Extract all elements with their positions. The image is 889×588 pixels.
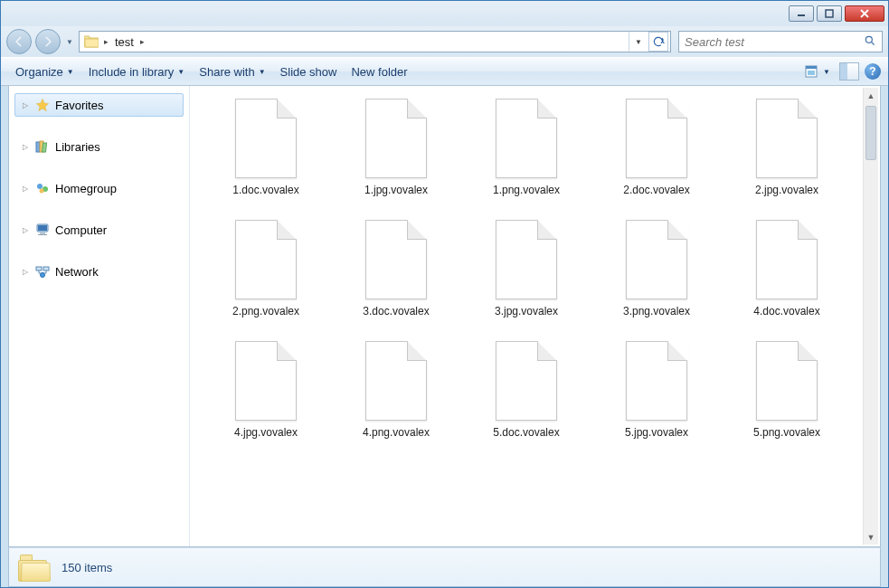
preview-pane-button[interactable] — [839, 62, 859, 81]
file-name: 5.doc.vovalex — [493, 426, 559, 439]
expand-icon[interactable]: ▷ — [23, 268, 30, 276]
sidebar-item-favorites[interactable]: ▷ Favorites — [14, 93, 184, 117]
svg-rect-16 — [38, 225, 47, 231]
file-name: 4.jpg.vovalex — [234, 426, 298, 439]
view-menu[interactable]: ▼ — [801, 63, 834, 80]
file-item[interactable]: 4.jpg.vovalex — [203, 337, 329, 442]
nav-history-dropdown[interactable]: ▼ — [64, 31, 75, 52]
svg-point-12 — [37, 184, 43, 189]
refresh-button[interactable] — [648, 32, 668, 52]
svg-point-21 — [41, 273, 45, 278]
svg-rect-0 — [798, 14, 805, 16]
sidebar-label: Favorites — [55, 99, 103, 112]
file-item[interactable]: 1.png.vovalex — [463, 95, 590, 200]
file-icon — [496, 220, 557, 299]
help-button[interactable]: ? — [865, 63, 881, 80]
expand-icon[interactable]: ▷ — [23, 226, 30, 234]
address-dropdown[interactable]: ▼ — [629, 32, 648, 52]
file-name: 3.jpg.vovalex — [495, 305, 558, 318]
file-item[interactable]: 5.jpg.vovalex — [593, 337, 720, 442]
toolbar: Organize▼ Include in library▼ Share with… — [1, 57, 888, 86]
file-name: 3.png.vovalex — [623, 305, 690, 318]
network-icon — [35, 264, 50, 279]
file-name: 2.png.vovalex — [232, 305, 299, 318]
file-name: 3.doc.vovalex — [363, 305, 429, 318]
computer-icon — [35, 223, 50, 237]
file-name: 5.jpg.vovalex — [625, 426, 688, 439]
scroll-up-button[interactable]: ▲ — [864, 88, 878, 103]
file-icon — [235, 341, 297, 421]
slideshow-button[interactable]: Slide show — [273, 62, 345, 82]
scrollbar[interactable]: ▲ ▼ — [863, 88, 878, 545]
breadcrumb-chevron[interactable]: ▸ — [101, 37, 111, 46]
file-item[interactable]: 1.doc.vovalex — [203, 95, 329, 200]
svg-rect-17 — [40, 232, 45, 234]
file-name: 4.doc.vovalex — [753, 305, 819, 318]
back-button[interactable] — [6, 29, 32, 54]
file-item[interactable]: 1.jpg.vovalex — [333, 95, 459, 200]
file-icon — [756, 341, 818, 421]
new-folder-button[interactable]: New folder — [344, 62, 414, 82]
file-item[interactable]: 2.png.vovalex — [203, 216, 329, 321]
folder-icon — [83, 33, 99, 50]
file-name: 1.png.vovalex — [493, 184, 560, 196]
sidebar-label: Network — [55, 265, 99, 279]
expand-icon[interactable]: ▷ — [23, 185, 30, 193]
forward-button[interactable] — [35, 29, 61, 54]
file-item[interactable]: 4.png.vovalex — [333, 337, 459, 442]
titlebar — [1, 1, 888, 26]
file-icon — [235, 220, 297, 299]
include-library-menu[interactable]: Include in library▼ — [81, 62, 193, 82]
file-list[interactable]: 1.doc.vovalex 1.jpg.vovalex 1.png.vovale… — [190, 86, 880, 546]
file-item[interactable]: 2.doc.vovalex — [593, 95, 720, 200]
sidebar: ▷ Favorites ▷ Libraries ▷ Homeg — [9, 86, 190, 546]
breadcrumb-chevron[interactable]: ▸ — [137, 37, 147, 46]
share-with-menu[interactable]: Share with▼ — [192, 62, 272, 82]
minimize-button[interactable] — [789, 5, 814, 22]
item-count: 150 items — [61, 561, 112, 574]
svg-rect-7 — [806, 66, 817, 69]
file-icon — [365, 220, 427, 299]
breadcrumb-segment[interactable]: test — [111, 35, 137, 49]
sidebar-item-libraries[interactable]: ▷ Libraries — [14, 135, 184, 158]
explorer-window: ▼ ▸ test ▸ ▼ Organize▼ Include in — [0, 0, 889, 588]
file-item[interactable]: 3.jpg.vovalex — [463, 216, 590, 321]
file-name: 1.doc.vovalex — [232, 184, 298, 196]
sidebar-item-computer[interactable]: ▷ Computer — [14, 218, 184, 242]
maximize-button[interactable] — [817, 5, 842, 22]
search-box[interactable] — [678, 31, 883, 52]
file-item[interactable]: 5.png.vovalex — [723, 337, 850, 442]
expand-icon[interactable]: ▷ — [23, 101, 30, 109]
search-input[interactable] — [685, 35, 864, 49]
sidebar-item-homegroup[interactable]: ▷ Homegroup — [14, 176, 184, 200]
svg-rect-19 — [36, 267, 42, 270]
close-button[interactable] — [845, 5, 884, 22]
organize-menu[interactable]: Organize▼ — [8, 62, 81, 82]
file-icon — [496, 99, 557, 178]
file-name: 4.png.vovalex — [363, 426, 430, 439]
address-bar[interactable]: ▸ test ▸ ▼ — [79, 31, 671, 52]
search-icon[interactable] — [864, 34, 876, 50]
scroll-down-button[interactable]: ▼ — [864, 529, 878, 545]
svg-rect-18 — [38, 234, 47, 235]
libraries-icon — [35, 139, 50, 154]
file-item[interactable]: 4.doc.vovalex — [723, 216, 850, 321]
file-icon — [626, 99, 687, 178]
scroll-thumb[interactable] — [865, 106, 876, 160]
file-item[interactable]: 5.doc.vovalex — [463, 337, 590, 442]
file-item[interactable]: 3.png.vovalex — [593, 216, 720, 321]
svg-rect-20 — [43, 267, 49, 270]
file-icon — [365, 99, 427, 178]
file-item[interactable]: 2.jpg.vovalex — [723, 95, 850, 200]
file-icon — [365, 341, 427, 421]
sidebar-label: Libraries — [55, 140, 100, 154]
file-name: 2.jpg.vovalex — [755, 184, 818, 196]
file-name: 2.doc.vovalex — [623, 184, 689, 196]
body: ▷ Favorites ▷ Libraries ▷ Homeg — [8, 86, 881, 547]
expand-icon[interactable]: ▷ — [23, 143, 30, 151]
svg-rect-4 — [85, 39, 99, 47]
sidebar-item-network[interactable]: ▷ Network — [14, 260, 184, 283]
svg-rect-9 — [36, 142, 40, 152]
file-item[interactable]: 3.doc.vovalex — [333, 216, 459, 321]
file-icon — [626, 341, 687, 421]
